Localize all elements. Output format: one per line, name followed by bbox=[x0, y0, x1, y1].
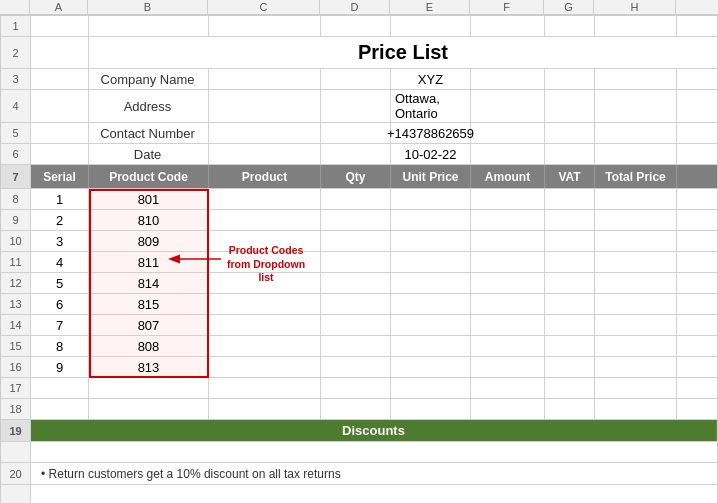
cell-h18[interactable] bbox=[595, 399, 677, 419]
cell-e18[interactable] bbox=[391, 399, 471, 419]
cell-code-9[interactable]: 813 bbox=[89, 357, 209, 377]
cell-g1[interactable] bbox=[545, 16, 595, 36]
cell-vat-2[interactable] bbox=[545, 210, 595, 230]
cell-code-3[interactable]: 809 bbox=[89, 231, 209, 251]
cell-f6[interactable] bbox=[471, 144, 545, 164]
cell-f4[interactable] bbox=[471, 90, 545, 122]
cell-vat-3[interactable] bbox=[545, 231, 595, 251]
cell-g4[interactable] bbox=[545, 90, 595, 122]
cell-amount-6[interactable] bbox=[471, 294, 545, 314]
cell-product-1[interactable] bbox=[209, 189, 321, 209]
cell-code-6[interactable]: 815 bbox=[89, 294, 209, 314]
cell-e1[interactable] bbox=[391, 16, 471, 36]
cell-qty-3[interactable] bbox=[321, 231, 391, 251]
cell-product-8[interactable] bbox=[209, 336, 321, 356]
cell-a18[interactable] bbox=[31, 399, 89, 419]
cell-d18[interactable] bbox=[321, 399, 391, 419]
cell-d6[interactable] bbox=[321, 144, 391, 164]
cell-product-7[interactable] bbox=[209, 315, 321, 335]
cell-total-1[interactable] bbox=[595, 189, 677, 209]
cell-total-7[interactable] bbox=[595, 315, 677, 335]
cell-amount-8[interactable] bbox=[471, 336, 545, 356]
cell-unitprice-9[interactable] bbox=[391, 357, 471, 377]
cell-a2[interactable] bbox=[31, 37, 89, 68]
cell-c5[interactable] bbox=[209, 123, 321, 143]
cell-qty-8[interactable] bbox=[321, 336, 391, 356]
cell-a4[interactable] bbox=[31, 90, 89, 122]
cell-g3[interactable] bbox=[545, 69, 595, 89]
cell-unitprice-1[interactable] bbox=[391, 189, 471, 209]
cell-amount-7[interactable] bbox=[471, 315, 545, 335]
cell-e17[interactable] bbox=[391, 378, 471, 398]
cell-total-6[interactable] bbox=[595, 294, 677, 314]
cell-serial-1[interactable]: 1 bbox=[31, 189, 89, 209]
cell-a6[interactable] bbox=[31, 144, 89, 164]
cell-unitprice-3[interactable] bbox=[391, 231, 471, 251]
cell-f3[interactable] bbox=[471, 69, 545, 89]
cell-product-9[interactable] bbox=[209, 357, 321, 377]
cell-unitprice-6[interactable] bbox=[391, 294, 471, 314]
cell-serial-8[interactable]: 8 bbox=[31, 336, 89, 356]
cell-product-2[interactable] bbox=[209, 210, 321, 230]
cell-a17[interactable] bbox=[31, 378, 89, 398]
cell-vat-8[interactable] bbox=[545, 336, 595, 356]
cell-h3[interactable] bbox=[595, 69, 677, 89]
cell-f1[interactable] bbox=[471, 16, 545, 36]
cell-product-3[interactable] bbox=[209, 231, 321, 251]
cell-total-9[interactable] bbox=[595, 357, 677, 377]
cell-unitprice-7[interactable] bbox=[391, 315, 471, 335]
cell-total-4[interactable] bbox=[595, 252, 677, 272]
cell-vat-6[interactable] bbox=[545, 294, 595, 314]
cell-qty-5[interactable] bbox=[321, 273, 391, 293]
cell-d4[interactable] bbox=[321, 90, 391, 122]
cell-g5[interactable] bbox=[545, 123, 595, 143]
cell-unitprice-2[interactable] bbox=[391, 210, 471, 230]
cell-f5[interactable] bbox=[471, 123, 545, 143]
cell-vat-1[interactable] bbox=[545, 189, 595, 209]
cell-code-1[interactable]: 801 bbox=[89, 189, 209, 209]
cell-c1[interactable] bbox=[209, 16, 321, 36]
cell-qty-2[interactable] bbox=[321, 210, 391, 230]
cell-c4[interactable] bbox=[209, 90, 321, 122]
cell-unitprice-4[interactable] bbox=[391, 252, 471, 272]
cell-qty-1[interactable] bbox=[321, 189, 391, 209]
cell-vat-4[interactable] bbox=[545, 252, 595, 272]
cell-serial-2[interactable]: 2 bbox=[31, 210, 89, 230]
cell-amount-4[interactable] bbox=[471, 252, 545, 272]
cell-f17[interactable] bbox=[471, 378, 545, 398]
cell-d1[interactable] bbox=[321, 16, 391, 36]
cell-unitprice-8[interactable] bbox=[391, 336, 471, 356]
cell-code-4[interactable]: 811 bbox=[89, 252, 209, 272]
cell-total-5[interactable] bbox=[595, 273, 677, 293]
cell-code-7[interactable]: 807 bbox=[89, 315, 209, 335]
cell-h1[interactable] bbox=[595, 16, 677, 36]
cell-vat-5[interactable] bbox=[545, 273, 595, 293]
cell-a1[interactable] bbox=[31, 16, 89, 36]
cell-c6[interactable] bbox=[209, 144, 321, 164]
cell-amount-9[interactable] bbox=[471, 357, 545, 377]
cell-amount-3[interactable] bbox=[471, 231, 545, 251]
cell-qty-6[interactable] bbox=[321, 294, 391, 314]
cell-h17[interactable] bbox=[595, 378, 677, 398]
cell-product-4[interactable] bbox=[209, 252, 321, 272]
cell-qty-4[interactable] bbox=[321, 252, 391, 272]
cell-vat-7[interactable] bbox=[545, 315, 595, 335]
cell-c17[interactable] bbox=[209, 378, 321, 398]
cell-f18[interactable] bbox=[471, 399, 545, 419]
cell-d3[interactable] bbox=[321, 69, 391, 89]
cell-serial-7[interactable]: 7 bbox=[31, 315, 89, 335]
cell-unitprice-5[interactable] bbox=[391, 273, 471, 293]
cell-a5[interactable] bbox=[31, 123, 89, 143]
cell-code-2[interactable]: 810 bbox=[89, 210, 209, 230]
cell-product-5[interactable] bbox=[209, 273, 321, 293]
cell-h6[interactable] bbox=[595, 144, 677, 164]
cell-qty-7[interactable] bbox=[321, 315, 391, 335]
cell-serial-5[interactable]: 5 bbox=[31, 273, 89, 293]
cell-amount-1[interactable] bbox=[471, 189, 545, 209]
cell-g6[interactable] bbox=[545, 144, 595, 164]
cell-d5[interactable] bbox=[321, 123, 391, 143]
cell-b1[interactable] bbox=[89, 16, 209, 36]
cell-a3[interactable] bbox=[31, 69, 89, 89]
cell-serial-9[interactable]: 9 bbox=[31, 357, 89, 377]
cell-serial-3[interactable]: 3 bbox=[31, 231, 89, 251]
